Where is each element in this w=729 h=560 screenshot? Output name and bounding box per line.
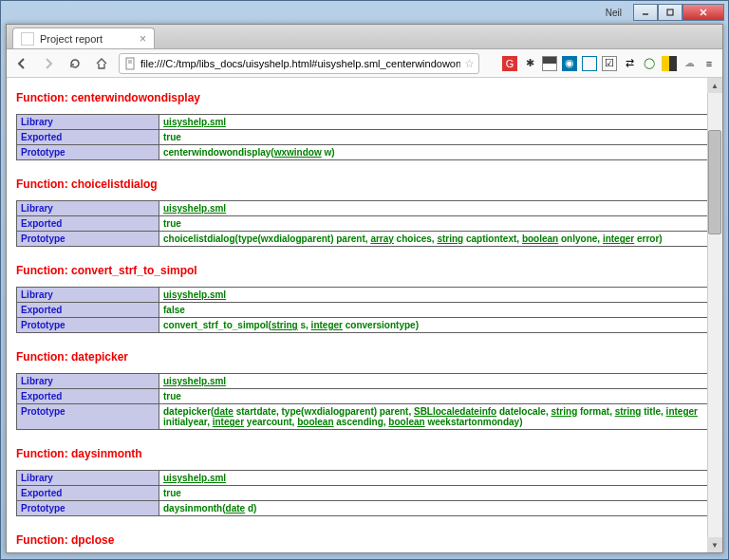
scroll-thumb[interactable] [708,130,721,234]
vertical-scrollbar[interactable]: ▲ ▼ [707,78,722,552]
row-label-exported: Exported [17,130,159,145]
prototype-value: choicelistdialog(type(wxdialogparent) pa… [163,233,663,244]
window-frame: Neil Project report × ☆ [0,0,729,560]
function-table: Libraryuisyshelp.smlExportedfalsePrototy… [16,287,713,333]
url-bar[interactable]: ☆ [119,53,479,74]
row-value-exported: true [159,130,713,145]
row-value-prototype: datepicker(date startdate, type(wxdialog… [159,404,713,430]
function-heading: Function: choicelistdialog [16,177,713,191]
row-value-prototype: daysinmonth(date d) [159,501,713,516]
table-row: Libraryuisyshelp.sml [17,288,713,303]
table-row: Prototypeconvert_strf_to_simpol(string s… [17,318,713,333]
ext-icon-9[interactable] [662,56,677,71]
function-heading: Function: dpclose [16,533,713,547]
exported-value: true [163,218,181,229]
table-row: Prototypechoicelistdialog(type(wxdialogp… [17,232,713,247]
prototype-value: centerwindowondisplay(wxwindow w) [163,147,335,158]
table-row: Exportedtrue [17,389,713,404]
svg-rect-1 [667,9,673,15]
ext-icon-1[interactable]: G [502,56,517,71]
table-row: Libraryuisyshelp.sml [17,115,713,130]
window-controls [633,4,724,21]
exported-value: true [163,488,181,498]
close-button[interactable] [682,4,724,21]
row-value-prototype: convert_strf_to_simpol(string s, integer… [159,318,713,333]
bookmark-star-icon[interactable]: ☆ [464,57,475,70]
library-link[interactable]: uisyshelp.sml [163,117,226,127]
toolbar: ☆ G ✱ ◉ ☑ ⇄ ◯ ☁ ≡ [7,49,722,78]
library-link[interactable]: uisyshelp.sml [163,203,226,214]
row-label-library: Library [17,201,159,216]
svg-rect-4 [126,58,134,69]
file-icon [123,57,137,70]
tab-title: Project report [40,33,103,45]
library-link[interactable]: uisyshelp.sml [163,473,226,483]
prototype-value: convert_strf_to_simpol(string s, integer… [163,320,419,330]
user-label: Neil [606,8,627,18]
ext-icon-7[interactable]: ⇄ [622,56,637,71]
row-label-prototype: Prototype [17,501,159,516]
table-row: Exportedtrue [17,216,713,232]
table-row: Libraryuisyshelp.sml [17,471,713,486]
function-heading: Function: convert_strf_to_simpol [16,264,713,277]
exported-value: false [163,305,185,315]
table-row: Exportedtrue [17,130,713,145]
row-label-prototype: Prototype [17,404,159,430]
forward-button[interactable] [39,54,58,73]
maximize-button[interactable] [658,4,682,21]
ext-icon-6[interactable]: ☑ [602,56,617,71]
page-content: Function: centerwindowondisplayLibraryui… [7,78,722,552]
ext-icon-3[interactable] [542,56,557,71]
row-label-prototype: Prototype [17,145,159,160]
row-value-exported: true [159,486,713,501]
row-label-exported: Exported [17,303,159,318]
row-value-library: uisyshelp.sml [159,201,713,216]
tab-active[interactable]: Project report × [12,28,155,48]
exported-value: true [163,391,181,401]
row-label-exported: Exported [17,486,159,501]
row-label-exported: Exported [17,389,159,404]
menu-icon[interactable]: ≡ [701,56,717,71]
exported-value: true [163,132,181,142]
row-label-library: Library [17,471,159,486]
function-table: Libraryuisyshelp.smlExportedtruePrototyp… [16,470,713,516]
row-value-exported: true [159,216,713,232]
reload-button[interactable] [65,54,84,73]
row-value-prototype: centerwindowondisplay(wxwindow w) [159,145,713,160]
ext-icon-2[interactable]: ✱ [522,56,537,71]
home-button[interactable] [92,54,111,73]
row-value-prototype: choicelistdialog(type(wxdialogparent) pa… [159,232,713,247]
row-label-library: Library [17,115,159,130]
extension-icons: G ✱ ◉ ☑ ⇄ ◯ ☁ ≡ [502,56,717,71]
table-row: Libraryuisyshelp.sml [17,201,713,216]
ext-icon-8[interactable]: ◯ [642,56,657,71]
minimize-button[interactable] [633,4,658,21]
ext-icon-10[interactable]: ☁ [682,56,697,71]
table-row: Prototypecenterwindowondisplay(wxwindow … [17,145,713,160]
row-value-exported: true [159,389,713,404]
tab-close-icon[interactable]: × [140,32,146,46]
row-label-library: Library [17,374,159,389]
function-heading: Function: daysinmonth [16,447,713,460]
table-row: Prototypedatepicker(date startdate, type… [17,404,713,430]
back-button[interactable] [12,54,31,73]
table-row: Libraryuisyshelp.sml [17,374,713,389]
url-input[interactable] [140,58,460,69]
tab-strip: Project report × [7,25,722,49]
row-value-library: uisyshelp.sml [159,374,713,389]
row-label-prototype: Prototype [17,318,159,333]
table-row: Exportedfalse [17,303,713,318]
library-link[interactable]: uisyshelp.sml [163,289,226,300]
library-link[interactable]: uisyshelp.sml [163,376,226,386]
table-row: Prototypedaysinmonth(date d) [17,501,713,516]
prototype-value: daysinmonth(date d) [163,503,256,513]
row-label-exported: Exported [17,216,159,232]
scroll-up-arrow[interactable]: ▲ [707,78,722,93]
row-label-prototype: Prototype [17,232,159,247]
function-table: Libraryuisyshelp.smlExportedtruePrototyp… [16,114,713,160]
ext-icon-4[interactable]: ◉ [562,56,577,71]
page-favicon [21,32,34,46]
ext-icon-5[interactable] [582,56,597,71]
row-value-library: uisyshelp.sml [159,115,713,130]
scroll-down-arrow[interactable]: ▼ [707,537,722,552]
